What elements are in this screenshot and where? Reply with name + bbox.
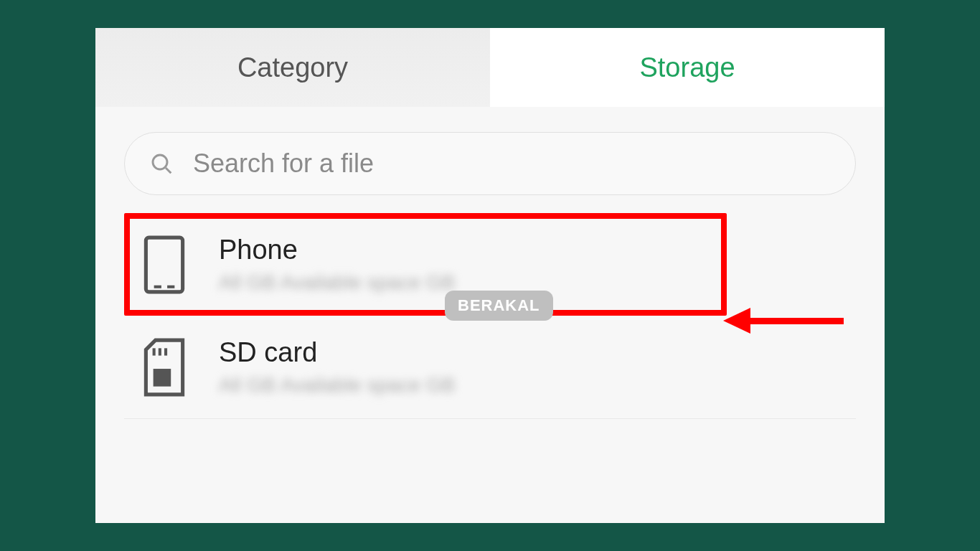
storage-item-text: SD card All GB Available space GB bbox=[219, 337, 842, 397]
search-input[interactable] bbox=[193, 149, 830, 179]
phone-icon bbox=[138, 235, 190, 294]
svg-line-1 bbox=[166, 168, 171, 173]
search-container bbox=[95, 107, 885, 213]
storage-item-title: SD card bbox=[219, 337, 842, 368]
tab-category[interactable]: Category bbox=[95, 28, 490, 107]
highlight-arrow bbox=[723, 314, 852, 328]
storage-item-phone[interactable]: Phone All GB Available space GB bbox=[124, 213, 727, 316]
svg-rect-8 bbox=[154, 369, 171, 387]
tab-storage[interactable]: Storage bbox=[490, 28, 885, 107]
svg-rect-2 bbox=[146, 237, 182, 292]
search-icon bbox=[150, 152, 173, 175]
tab-bar: Category Storage bbox=[95, 28, 885, 107]
arrow-line bbox=[750, 318, 844, 324]
file-manager-screen: Category Storage Phone All GB Available … bbox=[95, 28, 885, 523]
svg-point-0 bbox=[153, 155, 167, 169]
storage-item-title: Phone bbox=[219, 235, 712, 265]
search-field[interactable] bbox=[124, 132, 856, 195]
watermark-badge: BERAKAL bbox=[445, 291, 553, 321]
storage-item-subtitle: All GB Available space GB bbox=[219, 374, 842, 397]
storage-item-text: Phone All GB Available space GB bbox=[219, 235, 712, 294]
arrow-head-icon bbox=[723, 308, 750, 334]
sdcard-icon bbox=[138, 338, 190, 397]
